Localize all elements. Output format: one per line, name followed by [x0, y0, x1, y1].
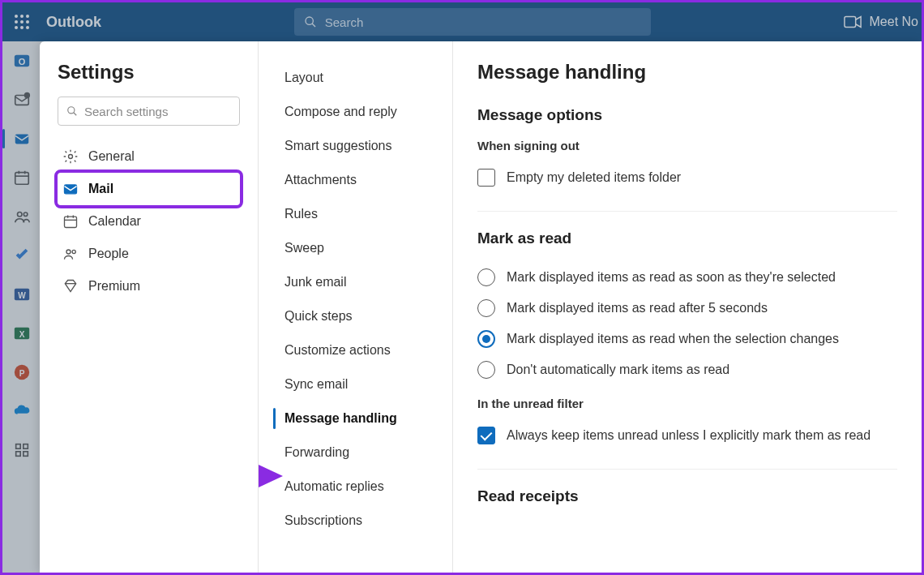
svg-point-3: [15, 20, 18, 24]
svg-point-43: [72, 250, 75, 253]
brand-label: Outlook: [46, 14, 101, 31]
section-read-receipts: Read receipts: [477, 469, 897, 538]
subnav-compose-reply[interactable]: Compose and reply: [281, 95, 438, 129]
app-rail: O + W X P: [2, 41, 41, 573]
outlook-app-icon[interactable]: O: [9, 48, 35, 74]
title-bar: Outlook Search Meet No: [2, 2, 922, 41]
settings-title: Settings: [58, 61, 240, 84]
gear-icon: [62, 148, 79, 165]
todo-icon[interactable]: [9, 242, 35, 268]
svg-point-2: [26, 15, 29, 18]
mark-radio-2[interactable]: Mark displayed items as read when the se…: [477, 324, 897, 354]
radio-icon: [477, 268, 495, 286]
svg-rect-32: [16, 452, 21, 457]
settings-flyout: Settings Search settings General Mail Ca…: [40, 41, 922, 573]
svg-text:O: O: [19, 57, 26, 67]
subnav-layout[interactable]: Layout: [281, 61, 438, 95]
section-mark-as-read: Mark as read Mark displayed items as rea…: [477, 211, 897, 469]
settings-categories-pane: Settings Search settings General Mail Ca…: [40, 41, 259, 573]
checkbox-icon: [477, 169, 495, 187]
global-search-placeholder: Search: [325, 15, 364, 29]
mail-icon[interactable]: [9, 126, 35, 152]
search-icon: [304, 15, 317, 28]
section-message-options-title: Message options: [477, 106, 897, 124]
subnav-attachments[interactable]: Attachments: [281, 163, 438, 197]
svg-marker-46: [259, 465, 283, 487]
mark-as-read-title: Mark as read: [477, 230, 897, 247]
svg-rect-11: [844, 17, 855, 28]
settings-search-input[interactable]: Search settings: [58, 97, 240, 126]
empty-deleted-checkbox[interactable]: Empty my deleted items folder: [477, 162, 897, 193]
svg-point-5: [26, 20, 29, 24]
calendar-icon[interactable]: [9, 165, 35, 191]
svg-point-34: [68, 107, 75, 114]
subnav-smart-suggestions[interactable]: Smart suggestions: [281, 129, 438, 163]
category-premium[interactable]: Premium: [58, 270, 240, 303]
svg-point-1: [20, 15, 24, 18]
svg-line-35: [74, 113, 77, 116]
subnav-quick-steps[interactable]: Quick steps: [281, 299, 438, 333]
svg-text:P: P: [19, 369, 25, 378]
svg-point-0: [15, 15, 18, 18]
subnav-subscriptions[interactable]: Subscriptions: [281, 504, 438, 538]
svg-rect-18: [15, 173, 29, 185]
app-launcher-button[interactable]: [2, 2, 41, 41]
subnav-automatic-replies[interactable]: Automatic replies: [281, 470, 438, 504]
onedrive-icon[interactable]: [9, 398, 35, 424]
radio-icon: [477, 361, 495, 379]
svg-rect-30: [16, 444, 21, 449]
svg-point-6: [15, 26, 18, 29]
new-mail-icon[interactable]: +: [9, 87, 35, 113]
svg-point-23: [24, 212, 28, 217]
diamond-icon: [62, 278, 79, 294]
settings-content-pane: Message handling Message options When si…: [453, 41, 922, 573]
subnav-message-handling[interactable]: Message handling: [281, 401, 438, 436]
radio-icon: [477, 299, 495, 317]
powerpoint-icon[interactable]: P: [9, 359, 35, 385]
subnav-junk-email[interactable]: Junk email: [281, 265, 438, 299]
content-title: Message handling: [477, 61, 897, 84]
checkbox-icon: [477, 427, 495, 444]
settings-subnav-pane: Layout Compose and reply Smart suggestio…: [259, 41, 453, 573]
meet-now-button[interactable]: Meet No: [844, 15, 918, 29]
svg-rect-33: [24, 452, 28, 457]
mail-icon: [62, 181, 79, 197]
svg-point-8: [26, 26, 29, 29]
excel-icon[interactable]: X: [9, 320, 35, 346]
global-search-input[interactable]: Search: [294, 8, 651, 36]
svg-point-7: [20, 26, 24, 29]
category-calendar[interactable]: Calendar: [58, 205, 240, 238]
svg-text:W: W: [18, 291, 26, 300]
radio-icon: [477, 330, 495, 348]
svg-rect-31: [24, 444, 28, 449]
subnav-sync-email[interactable]: Sync email: [281, 367, 438, 401]
mark-radio-1[interactable]: Mark displayed items as read after 5 sec…: [477, 293, 897, 324]
more-apps-icon[interactable]: [9, 437, 35, 463]
search-icon: [66, 105, 78, 117]
category-people[interactable]: People: [58, 238, 240, 270]
calendar-icon: [62, 213, 79, 230]
svg-rect-38: [65, 217, 77, 227]
mark-radio-3[interactable]: Don't automatically mark items as read: [477, 354, 897, 385]
subnav-forwarding[interactable]: Forwarding: [281, 436, 438, 470]
subnav-rules[interactable]: Rules: [281, 197, 438, 231]
svg-text:+: +: [26, 92, 29, 98]
svg-point-42: [66, 250, 71, 254]
subnav-customize-actions[interactable]: Customize actions: [281, 333, 438, 367]
always-keep-unread-checkbox[interactable]: Always keep items unread unless I explic…: [477, 420, 897, 451]
svg-point-9: [306, 17, 313, 24]
svg-point-4: [20, 20, 24, 24]
read-receipts-title: Read receipts: [477, 487, 897, 505]
category-general[interactable]: General: [58, 140, 240, 173]
people-icon[interactable]: [9, 204, 35, 230]
section-message-options: Message options When signing out Empty m…: [477, 106, 897, 211]
video-icon: [844, 15, 862, 28]
svg-point-22: [18, 212, 23, 217]
mark-radio-0[interactable]: Mark displayed items as read as soon as …: [477, 262, 897, 293]
unread-filter-title: In the unread filter: [477, 397, 897, 410]
people-icon: [62, 246, 79, 262]
subnav-sweep[interactable]: Sweep: [281, 231, 438, 265]
category-mail[interactable]: Mail: [58, 173, 240, 205]
svg-point-36: [69, 155, 73, 159]
word-icon[interactable]: W: [9, 281, 35, 307]
